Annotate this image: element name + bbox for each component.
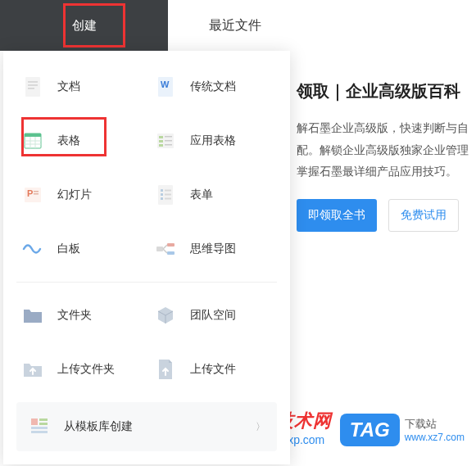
team-space-icon (152, 302, 179, 328)
svg-rect-34 (39, 418, 48, 421)
menu-item-document[interactable]: 文档 (16, 66, 144, 108)
menu-item-label: 团队空间 (190, 308, 236, 323)
recent-files-label: 最近文件 (209, 18, 261, 32)
svg-rect-21 (34, 191, 39, 192)
promo-title: 领取｜企业高级版百科 (297, 80, 476, 102)
svg-rect-7 (25, 133, 41, 137)
svg-rect-3 (28, 88, 34, 89)
upload-file-icon (152, 356, 179, 382)
word-icon: W (152, 74, 179, 100)
menu-item-slides[interactable]: P 幻灯片 (16, 174, 144, 216)
form-icon (152, 182, 179, 208)
menu-item-label: 幻灯片 (57, 188, 92, 202)
menu-item-whiteboard[interactable]: 白板 (16, 228, 144, 270)
whiteboard-icon (20, 236, 46, 262)
menu-item-label: 文档 (57, 79, 80, 94)
folder-icon (20, 302, 46, 328)
menu-item-label: 上传文件 (190, 362, 236, 377)
menu-item-folder[interactable]: 文件夹 (16, 294, 144, 337)
menu-item-app-table[interactable]: 应用表格 (149, 120, 277, 162)
svg-rect-31 (167, 243, 175, 247)
svg-rect-0 (25, 77, 40, 97)
menu-item-label: 思维导图 (190, 242, 236, 256)
menu-item-label: 传统文档 (190, 79, 236, 94)
menu-item-label: 上传文件夹 (57, 362, 115, 377)
create-from-template-button[interactable]: 从模板库创建 〉 (16, 402, 277, 451)
menu-item-upload-file[interactable]: 上传文件 (149, 348, 277, 391)
svg-rect-16 (165, 140, 172, 142)
watermark-site: 下载站 (405, 417, 465, 432)
svg-rect-2 (28, 84, 38, 86)
document-icon (20, 74, 46, 100)
svg-text:W: W (161, 79, 170, 89)
create-dropdown: 文档 W 传统文档 表格 应用表格 P 幻灯片 (3, 51, 290, 464)
svg-rect-22 (34, 193, 39, 195)
menu-item-upload-folder[interactable]: 上传文件夹 (16, 348, 144, 391)
divider (16, 282, 277, 283)
menu-item-label: 表格 (57, 133, 80, 148)
svg-rect-32 (167, 251, 175, 255)
mindmap-icon (152, 236, 179, 262)
promo-line: 解石墨企业高级版，快速判断与自 (297, 117, 476, 139)
menu-item-traditional-doc[interactable]: W 传统文档 (149, 66, 277, 108)
cta-primary-button[interactable]: 即领取全书 (297, 199, 377, 232)
app-table-icon (152, 128, 179, 154)
svg-rect-28 (161, 197, 163, 200)
svg-rect-27 (165, 194, 171, 196)
svg-rect-15 (159, 140, 163, 143)
menu-item-label: 文件夹 (57, 308, 92, 323)
menu-item-label: 应用表格 (190, 133, 236, 148)
svg-rect-18 (165, 144, 172, 146)
slides-icon: P (20, 182, 46, 208)
cta-primary-label: 即领取全书 (308, 208, 365, 221)
promo-line: 配。解锁企业高级版独家企业管理 (297, 139, 476, 161)
svg-text:P: P (27, 188, 33, 198)
menu-item-label: 表单 (190, 188, 213, 202)
svg-rect-29 (165, 198, 171, 200)
template-icon (26, 414, 52, 440)
promo-panel: 领取｜企业高级版百科 解石墨企业高级版，快速判断与自 配。解锁企业高级版独家企业… (293, 70, 476, 232)
svg-rect-36 (31, 427, 48, 429)
svg-rect-13 (159, 136, 163, 138)
chevron-right-icon: 〉 (256, 420, 265, 434)
watermark-tag: TAG (340, 414, 400, 446)
watermark-url2: www.xz7.com (405, 432, 465, 443)
svg-rect-37 (31, 431, 48, 433)
cta-secondary-button[interactable]: 免费试用 (388, 199, 459, 232)
svg-rect-24 (161, 189, 163, 192)
svg-rect-1 (28, 81, 38, 83)
promo-text: 解石墨企业高级版，快速判断与自 配。解锁企业高级版独家企业管理 掌握石墨最详细产… (297, 117, 476, 183)
create-button-label: 创建 (72, 18, 97, 32)
upload-folder-icon (20, 356, 46, 382)
menu-item-spreadsheet[interactable]: 表格 (16, 120, 144, 162)
svg-rect-17 (159, 144, 163, 147)
menu-item-form[interactable]: 表单 (149, 174, 277, 216)
menu-item-mindmap[interactable]: 思维导图 (149, 228, 277, 270)
template-label: 从模板库创建 (64, 419, 133, 434)
svg-rect-25 (165, 190, 171, 192)
svg-rect-35 (39, 423, 48, 425)
svg-rect-14 (165, 136, 172, 138)
recent-files-tab[interactable]: 最近文件 (168, 17, 476, 34)
svg-rect-33 (31, 418, 38, 425)
menu-item-label: 白板 (57, 242, 80, 256)
svg-rect-30 (156, 247, 163, 251)
create-button[interactable]: 创建 (0, 0, 168, 51)
menu-item-team-space[interactable]: 团队空间 (149, 294, 277, 337)
cta-secondary-label: 免费试用 (401, 208, 447, 221)
spreadsheet-icon (20, 128, 46, 154)
svg-rect-26 (161, 193, 163, 196)
promo-line: 掌握石墨最详细产品应用技巧。 (297, 161, 476, 183)
